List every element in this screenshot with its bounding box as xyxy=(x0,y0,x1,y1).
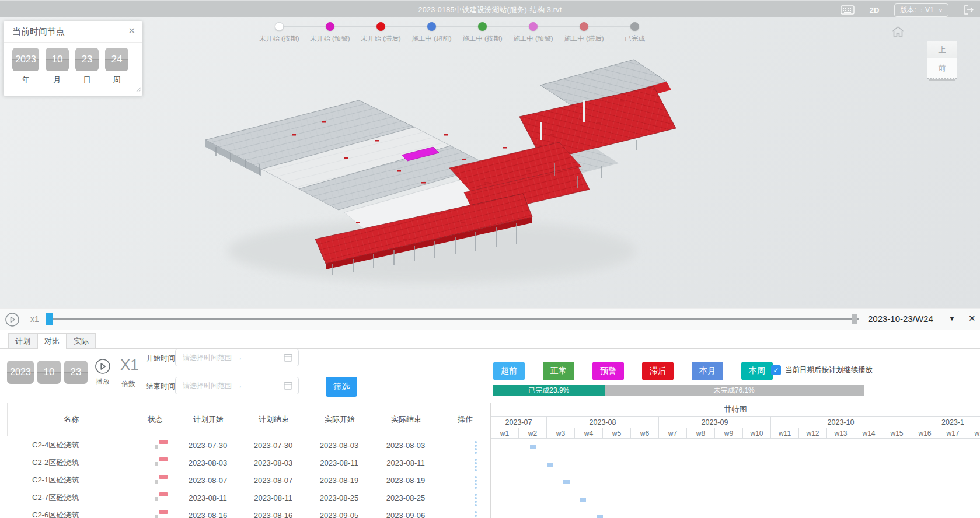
exit-icon[interactable] xyxy=(964,5,974,15)
version-selector[interactable]: 版本: ：V1 ∨ xyxy=(894,4,948,17)
current-time-panel: 当前时间节点 ✕ 2023年10月23日24周 xyxy=(4,21,142,96)
gantt-panel: 甘特图 2023-072023-082023-092023-102023-1 w… xyxy=(490,402,980,518)
status-legend: 未开始 (按期)未开始 (预警)未开始 (滞后)施工中 (超前)施工中 (按期)… xyxy=(254,22,660,43)
version-label: 版本: ：V1 xyxy=(900,5,933,15)
calendar-icon[interactable] xyxy=(284,353,292,364)
gantt-weeks-row: w1w2w3w4w5w6w7w8w9w10w11w12w13w14w15w16w… xyxy=(491,428,980,439)
status-bar-gray xyxy=(155,444,158,449)
row-more-icon[interactable] xyxy=(475,441,477,454)
gantt-task-bar[interactable] xyxy=(580,498,586,502)
play-button[interactable]: 播放 xyxy=(95,358,111,387)
speed-multiplier-label: 倍数 xyxy=(121,379,135,389)
gantt-week-cell: w17 xyxy=(939,428,967,438)
checkbox-label: 当前日期后按计划继续播放 xyxy=(785,365,873,375)
gantt-task-bar[interactable] xyxy=(597,515,603,518)
timeline-track[interactable] xyxy=(47,318,859,320)
task-name: C2-4区砼浇筑 xyxy=(7,440,134,450)
gantt-week-cell: w6 xyxy=(631,428,659,438)
status-filter-buttons: 超前正常预警滞后本月本周 xyxy=(493,362,773,380)
filter-status-button[interactable]: 正常 xyxy=(543,362,574,380)
status-bars-icon xyxy=(155,510,168,518)
flip-tile-unit: 周 xyxy=(113,75,121,85)
actual-end-date: 2023-08-25 xyxy=(372,494,439,502)
tab-plan[interactable]: 计划 xyxy=(8,333,37,349)
keyboard-icon[interactable] xyxy=(841,5,855,15)
legend-item: 施工中 (超前) xyxy=(406,22,457,43)
actual-start-date: 2023-08-25 xyxy=(306,494,372,502)
row-more-icon[interactable] xyxy=(475,511,477,518)
play-icon[interactable] xyxy=(5,312,20,330)
start-time-input[interactable] xyxy=(175,349,299,366)
legend-item: 已完成 xyxy=(609,22,660,43)
date-dropdown-icon[interactable]: ▼ xyxy=(948,314,955,323)
speed-multiplier[interactable]: X1 xyxy=(120,356,139,374)
gantt-month-cell: 2023-1 xyxy=(911,416,980,428)
legend-label: 施工中 (预警) xyxy=(513,34,553,43)
flip-tile-unit: 年 xyxy=(22,75,30,85)
gantt-week-cell: w12 xyxy=(799,428,827,438)
legend-label: 未开始 (按期) xyxy=(259,34,299,43)
control-date-tile: 2023 xyxy=(7,360,34,384)
row-more-icon[interactable] xyxy=(475,459,477,471)
gantt-week-cell: w10 xyxy=(743,428,771,438)
filter-status-button[interactable]: 超前 xyxy=(493,362,525,380)
status-bars-icon xyxy=(155,492,168,501)
gantt-task-bar[interactable] xyxy=(563,480,570,484)
table-row[interactable]: C2-2区砼浇筑2023-08-032023-08-032023-08-1120… xyxy=(7,454,490,471)
gantt-week-cell: w3 xyxy=(547,428,575,438)
table-row[interactable]: C2-1区砼浇筑2023-08-072023-08-072023-08-1920… xyxy=(7,471,490,489)
filter-status-button[interactable]: 滞后 xyxy=(642,362,674,380)
calendar-icon[interactable] xyxy=(284,381,292,392)
timeline-end-handle[interactable] xyxy=(852,314,857,324)
col-actual-end: 实际结束 xyxy=(373,414,440,425)
time-tile-cell: 24周 xyxy=(105,48,128,85)
gantt-body xyxy=(491,439,980,518)
close-icon[interactable]: ✕ xyxy=(128,26,135,36)
task-status xyxy=(134,440,175,450)
filter-status-button[interactable]: 本周 xyxy=(741,362,773,380)
end-time-input[interactable] xyxy=(175,377,299,394)
view-cube-front-face[interactable]: 前 xyxy=(927,58,957,79)
view-cube[interactable]: 上 前 xyxy=(927,41,957,81)
gantt-month-cell: 2023-08 xyxy=(547,416,659,428)
time-tile-cell: 2023年 xyxy=(12,48,39,85)
gantt-week-cell: w2 xyxy=(519,428,547,438)
plan-start-date: 2023-08-16 xyxy=(175,511,240,518)
legend-item: 施工中 (按期) xyxy=(457,22,508,43)
timeline-playhead[interactable] xyxy=(46,313,53,325)
tab-compare[interactable]: 对比 xyxy=(37,333,67,349)
resize-handle[interactable] xyxy=(135,84,141,94)
time-tile-cell: 10月 xyxy=(46,48,69,85)
filter-button[interactable]: 筛选 xyxy=(326,377,357,397)
timeline-playbar: x1 2023-10-23/W24 ▼ ✕ xyxy=(0,308,980,330)
plan-end-date: 2023-07-30 xyxy=(240,441,306,450)
table-row[interactable]: C2-6区砼浇筑2023-08-162023-08-162023-09-0520… xyxy=(7,506,490,518)
actual-start-date: 2023-08-19 xyxy=(306,476,372,485)
task-name: C2-2区砼浇筑 xyxy=(7,457,134,468)
row-actions xyxy=(439,489,490,506)
continue-play-option: ✓ 当前日期后按计划继续播放 xyxy=(771,365,873,375)
2d-mode-button[interactable]: 2D xyxy=(870,6,880,15)
table-row[interactable]: C2-4区砼浇筑2023-07-302023-07-302023-08-0320… xyxy=(7,436,490,454)
gantt-task-bar[interactable] xyxy=(530,445,536,449)
filter-status-button[interactable]: 预警 xyxy=(592,362,624,380)
model-viewport[interactable]: 未开始 (按期)未开始 (预警)未开始 (滞后)施工中 (超前)施工中 (按期)… xyxy=(0,18,980,308)
actual-start-date: 2023-09-05 xyxy=(306,511,372,518)
home-view-icon[interactable] xyxy=(891,26,905,40)
row-more-icon[interactable] xyxy=(475,476,477,489)
gantt-task-bar[interactable] xyxy=(547,463,553,467)
legend-label: 未开始 (预警) xyxy=(310,34,350,43)
plan-end-date: 2023-08-11 xyxy=(240,494,306,502)
plan-start-date: 2023-08-11 xyxy=(175,494,240,502)
tab-actual[interactable]: 实际 xyxy=(67,333,96,349)
plan-end-date: 2023-08-16 xyxy=(240,511,306,518)
table-row[interactable]: C2-7区砼浇筑2023-08-112023-08-112023-08-2520… xyxy=(7,489,490,506)
gantt-week-cell: w7 xyxy=(659,428,687,438)
title-bar: 2023-0185中铁建设汾湖站(服务)-结构 3.rvt 2D 版本: ：V1… xyxy=(0,0,980,18)
row-more-icon[interactable] xyxy=(475,494,477,506)
legend-dot-icon xyxy=(630,22,639,31)
view-cube-top-face[interactable]: 上 xyxy=(927,41,957,58)
checkbox-checked[interactable]: ✓ xyxy=(771,365,781,375)
playbar-close-icon[interactable]: ✕ xyxy=(968,313,976,324)
filter-status-button[interactable]: 本月 xyxy=(692,362,723,380)
